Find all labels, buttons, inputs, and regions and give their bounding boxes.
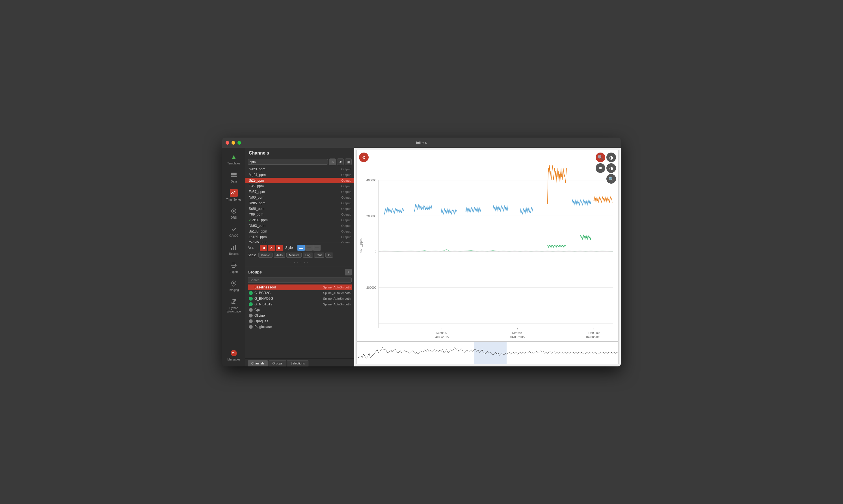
scale-out-button[interactable]: Out bbox=[314, 253, 324, 258]
axis-prev-button[interactable]: ◀ bbox=[260, 245, 267, 251]
mini-chart bbox=[356, 342, 618, 364]
channel-search-input[interactable] bbox=[248, 159, 328, 165]
group-name: G_NIST612 bbox=[254, 302, 323, 306]
group-item[interactable]: G_BHVO2G Spline_AutoSmooth bbox=[248, 296, 352, 302]
group-item[interactable]: Baselines rool Spline_AutoSmooth bbox=[248, 285, 352, 290]
channel-type: Output bbox=[341, 213, 351, 216]
axis-section: Axis ◀ ✕ ▶ Style ▬ — — Scale bbox=[245, 243, 354, 267]
chart-stop-button[interactable]: ■ bbox=[596, 163, 605, 173]
svg-text:-200000: -200000 bbox=[366, 286, 376, 290]
export-icon bbox=[230, 261, 238, 269]
maximize-button[interactable] bbox=[238, 141, 241, 145]
channel-item[interactable]: Si29_ppmOutput bbox=[245, 178, 354, 183]
window-title: iolite 4 bbox=[416, 141, 427, 145]
sidebar-item-data[interactable]: Data bbox=[222, 168, 245, 186]
sidebar-item-imaging[interactable]: Imaging bbox=[222, 276, 245, 295]
groups-search-input[interactable] bbox=[248, 277, 352, 283]
group-color-dot bbox=[249, 296, 253, 301]
group-name: Baselines rool bbox=[254, 285, 323, 289]
clear-search-button[interactable]: ✕ bbox=[329, 159, 336, 165]
chart-search-button[interactable]: 🔍 bbox=[596, 152, 605, 162]
channel-item[interactable]: Zr90_ppmOutput bbox=[245, 217, 354, 223]
channel-item[interactable]: Mg24_ppmOutput bbox=[245, 172, 354, 178]
style-dash-button[interactable]: — bbox=[305, 245, 313, 251]
channel-name: Ba138_ppm bbox=[249, 229, 341, 233]
group-spline: Spline_AutoSmooth bbox=[323, 303, 351, 306]
channel-name: Fe57_ppm bbox=[249, 190, 341, 194]
scale-btn-group: Visible Auto Manual Log Out In bbox=[258, 253, 333, 258]
channel-item[interactable]: Ti49_ppmOutput bbox=[245, 183, 354, 189]
sidebar-item-qaqc[interactable]: QA/QC bbox=[222, 222, 245, 240]
style-label: Style bbox=[285, 246, 295, 250]
channel-name: Ce140_ppm bbox=[249, 241, 341, 243]
style-btn-group: ▬ — — bbox=[297, 245, 320, 251]
sidebar-item-drs[interactable]: DRS bbox=[222, 204, 245, 222]
eye-button[interactable]: 👁 bbox=[337, 159, 344, 165]
group-spline: Spline_AutoSmooth bbox=[323, 297, 351, 300]
channel-item[interactable]: Ba138_ppmOutput bbox=[245, 229, 354, 234]
options-button[interactable]: ⊞ bbox=[345, 159, 352, 165]
group-item[interactable]: G_BCR2G Spline_AutoSmooth bbox=[248, 290, 352, 296]
axis-clear-button[interactable]: ✕ bbox=[268, 245, 275, 251]
svg-rect-2 bbox=[231, 176, 236, 177]
channel-item[interactable]: Na23_ppmOutput bbox=[245, 166, 354, 172]
channel-item[interactable]: Nb93_ppmOutput bbox=[245, 223, 354, 229]
chart-top-row-1: 🔍 ◑ bbox=[596, 152, 616, 162]
axis-btn-group: ◀ ✕ ▶ bbox=[260, 245, 283, 251]
group-name: Opaques bbox=[254, 319, 351, 323]
group-item[interactable]: Opaques bbox=[248, 318, 352, 324]
data-icon bbox=[230, 171, 238, 179]
axis-next-button[interactable]: ▶ bbox=[276, 245, 283, 251]
style-solid-button[interactable]: ▬ bbox=[297, 245, 305, 251]
channel-type: Output bbox=[341, 173, 351, 177]
channel-item[interactable]: Fe57_ppmOutput bbox=[245, 189, 354, 195]
sidebar-item-templates[interactable]: ▲ Templates bbox=[222, 150, 245, 168]
group-item[interactable]: Cpx bbox=[248, 307, 352, 313]
minimize-button[interactable] bbox=[231, 141, 235, 145]
svg-point-4 bbox=[233, 210, 235, 212]
add-group-button[interactable]: + bbox=[345, 269, 352, 275]
sidebar-item-export[interactable]: Export bbox=[222, 258, 245, 276]
scale-manual-button[interactable]: Manual bbox=[286, 253, 302, 258]
tab-channels[interactable]: Channels bbox=[248, 360, 268, 366]
channel-list: Na23_ppmOutputMg24_ppmOutputSi29_ppmOutp… bbox=[245, 166, 354, 243]
scale-log-button[interactable]: Log bbox=[303, 253, 313, 258]
style-dash2-button[interactable]: — bbox=[313, 245, 320, 251]
channel-item[interactable]: Rb85_ppmOutput bbox=[245, 200, 354, 206]
channel-item[interactable]: La139_ppmOutput bbox=[245, 234, 354, 240]
chart-filter-button[interactable]: ◑ bbox=[607, 152, 616, 162]
channel-item[interactable]: Ce140_ppmOutput bbox=[245, 240, 354, 243]
chart-zoom-button[interactable]: 🔍 bbox=[607, 174, 616, 184]
channel-item[interactable]: Sr88_ppmOutput bbox=[245, 206, 354, 212]
sidebar-item-label: Imaging bbox=[229, 288, 239, 292]
group-item[interactable]: G_NIST612 Spline_AutoSmooth bbox=[248, 302, 352, 307]
group-color-dot bbox=[249, 302, 253, 306]
scale-visible-button[interactable]: Visible bbox=[258, 253, 273, 258]
scale-in-button[interactable]: In bbox=[326, 253, 333, 258]
channel-item[interactable]: Ni60_ppmOutput bbox=[245, 195, 354, 200]
channel-search-row: ✕ 👁 ⊞ bbox=[245, 157, 354, 166]
chart-settings-button-area: ⚙ bbox=[359, 152, 369, 162]
channel-item[interactable]: Y89_ppmOutput bbox=[245, 212, 354, 217]
group-color-dot bbox=[249, 325, 253, 329]
sidebar-item-label: Python Workspace bbox=[227, 307, 241, 313]
close-button[interactable] bbox=[226, 141, 229, 145]
channel-type: Output bbox=[341, 190, 351, 194]
group-item[interactable]: Olivine bbox=[248, 313, 352, 318]
chart-circle2-button[interactable]: ◑ bbox=[607, 163, 616, 173]
scale-auto-button[interactable]: Auto bbox=[274, 253, 285, 258]
sidebar-item-timeseries[interactable]: Time Series bbox=[222, 186, 245, 204]
svg-rect-0 bbox=[231, 173, 236, 174]
channel-type: Output bbox=[341, 224, 351, 228]
channel-type: Output bbox=[341, 207, 351, 211]
sidebar-item-results[interactable]: Results bbox=[222, 240, 245, 258]
imaging-icon bbox=[230, 280, 238, 287]
chart-settings-button[interactable]: ⚙ bbox=[359, 152, 369, 162]
group-color-dot bbox=[249, 291, 253, 295]
group-item[interactable]: Plagioclase bbox=[248, 324, 352, 330]
sidebar-item-python[interactable]: Python Workspace bbox=[222, 295, 245, 316]
tab-groups[interactable]: Groups bbox=[268, 360, 286, 366]
svg-text:13:50:00: 13:50:00 bbox=[435, 331, 447, 335]
tab-selections[interactable]: Selections bbox=[287, 360, 309, 366]
sidebar-item-messages[interactable]: 25 Messages bbox=[222, 347, 245, 364]
